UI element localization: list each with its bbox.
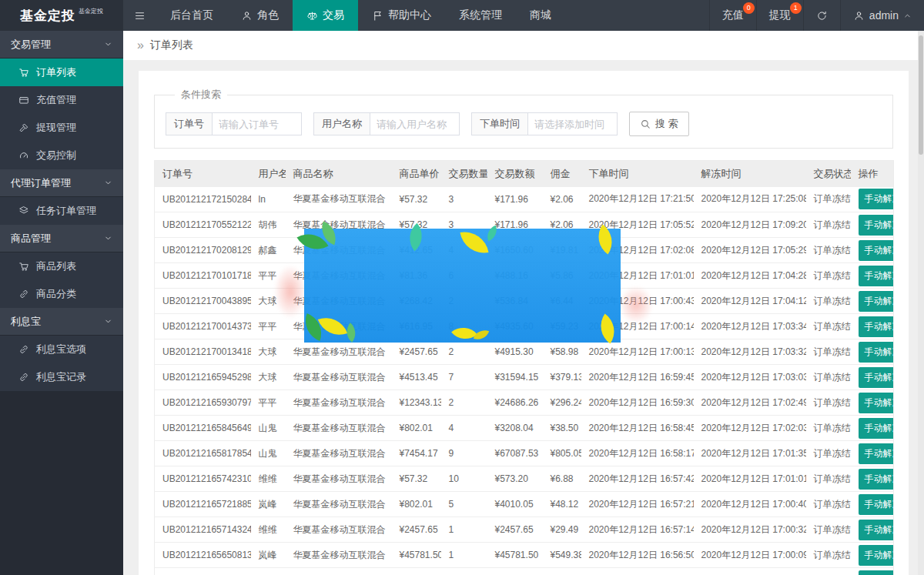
sidebar-item-label: 任务订单管理	[36, 204, 96, 218]
search-button-label: 搜 索	[655, 117, 678, 131]
table-cell: 2	[441, 390, 487, 416]
table-cell: 2020年12月12日 17:09:20	[694, 212, 806, 238]
sidebar-item-label: 交易控制	[36, 149, 76, 162]
table-cell: ¥4915.30	[487, 339, 543, 365]
table-cell: ¥6.88	[543, 466, 581, 492]
table-cell: UB2012121658456493	[155, 416, 251, 441]
app-title: 基金定投	[20, 7, 75, 25]
unfreeze-button[interactable]: 手动解冻	[859, 520, 894, 540]
table-cell: UB2012121701017183	[155, 263, 251, 289]
nav-item-system[interactable]: 系统管理	[445, 0, 516, 31]
table-cell: 岚峰	[251, 492, 286, 517]
nav-item-label: 系统管理	[459, 8, 502, 22]
table-row: UB2012121659452986大球华夏基金移动互联混合¥4513.457¥…	[155, 365, 894, 390]
table-cell: 华夏基金移动互联混合	[286, 543, 392, 568]
user-icon	[853, 10, 865, 22]
leaf-icon	[460, 228, 488, 256]
scrollbar-thumb[interactable]	[919, 35, 923, 155]
topbar-action-refresh[interactable]	[803, 0, 840, 31]
order-no-field-group: 订单号	[166, 112, 302, 135]
sidebar-group-goods-manage-group[interactable]: 商品管理	[0, 225, 123, 252]
sidebar-group-label: 利息宝	[11, 315, 41, 329]
table-cell: UB2012121702081297	[155, 238, 251, 263]
table-cell: UB2012121700438959	[155, 289, 251, 314]
unfreeze-button[interactable]: 手动解冻	[859, 545, 894, 566]
table-cell: 平平	[251, 263, 286, 289]
table-cell: ¥4010.05	[487, 492, 543, 517]
unfreeze-button[interactable]: 手动解冻	[859, 418, 894, 439]
sidebar-item-task-order-manage[interactable]: 任务订单管理	[0, 197, 123, 225]
search-button[interactable]: 搜 索	[629, 112, 689, 136]
unfreeze-button[interactable]: 手动解冻	[859, 367, 894, 388]
unfreeze-button[interactable]: 手动解冻	[859, 266, 894, 286]
table-row: UB2012121658456493山鬼华夏基金移动互联混合¥802.014¥3…	[155, 416, 894, 441]
table-cell-action: 手动解冻	[851, 390, 894, 416]
unfreeze-button[interactable]: 手动解冻	[859, 570, 894, 575]
unfreeze-button[interactable]: 手动解冻	[859, 215, 894, 236]
leaf-icon	[451, 320, 477, 346]
table-row: UB2012121656336289维维华夏基金移动互联混合¥7454.175¥…	[155, 568, 894, 575]
table-cell: ¥12343.13	[392, 390, 441, 416]
table-cell: ¥802.01	[392, 416, 441, 441]
sidebar-item-interest-records[interactable]: 利息宝记录	[0, 363, 123, 391]
topbar-action-admin[interactable]: admin	[840, 0, 924, 31]
nav-item-label: 后台首页	[170, 8, 213, 22]
table-cell: ¥805.05	[543, 441, 581, 466]
unfreeze-button[interactable]: 手动解冻	[859, 316, 894, 337]
topbar-action-label: admin	[869, 9, 899, 22]
column-header: 交易状态	[806, 161, 851, 187]
unfreeze-button[interactable]: 手动解冻	[859, 494, 894, 515]
sidebar-item-withdraw-manage[interactable]: 提现管理	[0, 114, 123, 142]
nav-item-mall[interactable]: 商城	[516, 0, 565, 31]
column-header: 商品单价	[392, 161, 441, 187]
sidebar-group-agent-order-group[interactable]: 代理订单管理	[0, 169, 123, 197]
unfreeze-button[interactable]: 手动解冻	[859, 240, 894, 261]
table-cell: 华夏基金移动互联混合	[286, 390, 392, 416]
order-no-input[interactable]	[213, 112, 302, 135]
column-header: 下单时间	[581, 161, 694, 187]
sidebar-group-trade-manage-group[interactable]: 交易管理	[0, 31, 123, 59]
sidebar-toggle-button[interactable]	[123, 0, 156, 31]
unfreeze-button[interactable]: 手动解冻	[859, 443, 894, 464]
table-cell: UB2012121721502842	[155, 187, 251, 212]
table-cell: 2020年12月12日 17:00:13	[581, 339, 694, 365]
sidebar-item-order-list[interactable]: 订单列表	[0, 59, 123, 86]
unfreeze-button[interactable]: 手动解冻	[859, 189, 894, 209]
table-cell: 7	[441, 365, 487, 390]
nav-item-trade[interactable]: 交易	[293, 0, 358, 31]
sidebar-item-trade-control[interactable]: 交易控制	[0, 142, 123, 169]
sidebar-group-interest-group[interactable]: 利息宝	[0, 308, 123, 336]
scrollbar[interactable]	[918, 31, 924, 575]
unfreeze-button[interactable]: 手动解冻	[859, 342, 894, 363]
table-cell: 2020年12月12日 17:25:08	[694, 187, 806, 212]
chevron-down-icon	[104, 317, 112, 326]
topbar-action-recharge[interactable]: 充值0	[709, 0, 756, 31]
unfreeze-button[interactable]: 手动解冻	[859, 393, 894, 413]
table-row: UB2012121721502842ln华夏基金移动互联混合¥57.323¥17…	[155, 187, 894, 212]
sidebar-item-interest-options[interactable]: 利息宝选项	[0, 336, 123, 363]
notification-badge: 1	[790, 2, 802, 14]
sidebar-item-goods-category[interactable]: 商品分类	[0, 280, 123, 308]
nav-item-home[interactable]: 后台首页	[156, 0, 227, 31]
table-cell: ¥2457.65	[392, 517, 441, 543]
chevron-down-icon	[104, 40, 112, 48]
app-logo[interactable]: 基金定投 基金定投	[0, 0, 123, 31]
unfreeze-button[interactable]: 手动解冻	[859, 291, 894, 312]
nav-item-roles[interactable]: 角色	[227, 0, 293, 31]
leaf-icon	[474, 327, 490, 343]
table-cell: 订单冻结	[806, 365, 851, 390]
table-cell: 胡伟	[251, 212, 286, 238]
topbar-action-withdraw[interactable]: 提现1	[756, 0, 803, 31]
table-cell: 2020年12月12日 17:01:01	[694, 466, 806, 492]
table-cell: 2020年12月12日 17:21:50	[581, 187, 694, 212]
nav-item-help-center[interactable]: 帮助中心	[358, 0, 445, 31]
column-header: 用户名	[251, 161, 286, 187]
unfreeze-button[interactable]: 手动解冻	[859, 469, 894, 490]
sidebar-item-goods-list[interactable]: 商品列表	[0, 252, 123, 280]
table-cell: 2020年12月12日 16:56:33	[581, 568, 694, 575]
username-input[interactable]	[370, 112, 460, 135]
sidebar-item-label: 订单列表	[36, 65, 76, 79]
order-time-input[interactable]	[528, 112, 618, 135]
table-cell: 郝鑫	[251, 238, 286, 263]
sidebar-item-recharge-manage[interactable]: 充值管理	[0, 86, 123, 114]
